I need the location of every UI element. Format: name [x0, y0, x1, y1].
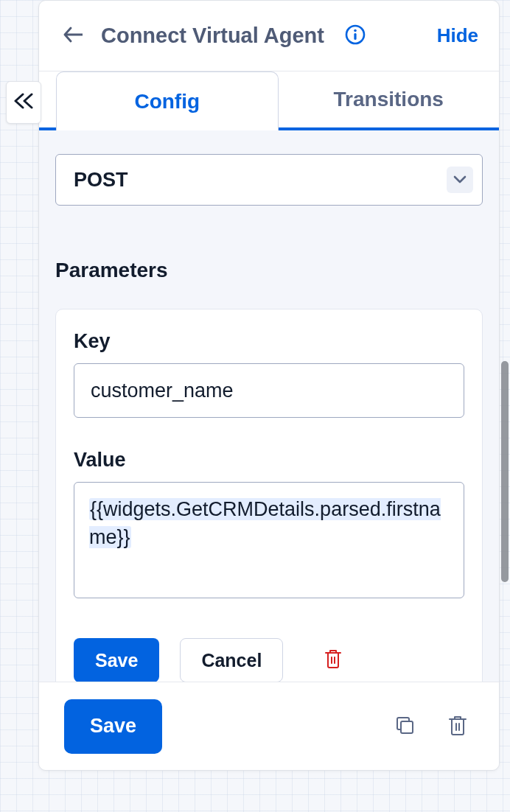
param-cancel-label: Cancel: [201, 650, 262, 671]
svg-point-1: [354, 29, 357, 32]
param-save-button[interactable]: Save: [74, 638, 159, 682]
hide-button[interactable]: Hide: [437, 24, 478, 47]
tab-transitions-label: Transitions: [334, 88, 444, 111]
scrollbar-thumb[interactable]: [501, 361, 509, 582]
param-actions: Save Cancel: [74, 638, 464, 682]
tab-transitions[interactable]: Transitions: [279, 71, 500, 127]
footer-save-button[interactable]: Save: [64, 699, 162, 754]
config-body: POST Parameters Key customer_name Value …: [39, 130, 499, 682]
svg-rect-4: [401, 721, 413, 733]
param-cancel-button[interactable]: Cancel: [180, 638, 283, 682]
tab-config-label: Config: [134, 90, 200, 113]
trash-icon: [447, 714, 468, 739]
info-icon: [344, 24, 366, 49]
panel-header: Connect Virtual Agent Hide: [39, 1, 499, 71]
chevron-down-icon: [447, 167, 473, 193]
param-key-value: customer_name: [91, 379, 234, 402]
param-delete-button[interactable]: [318, 645, 348, 675]
parameters-section-title: Parameters: [55, 259, 483, 282]
panel-title: Connect Virtual Agent: [101, 24, 324, 48]
collapse-left-icon: [13, 93, 34, 112]
param-value-label: Value: [74, 449, 464, 472]
back-arrow-icon: [63, 27, 83, 46]
copy-icon: [394, 714, 416, 739]
footer-delete-button[interactable]: [441, 710, 474, 743]
param-key-label: Key: [74, 330, 464, 353]
http-method-value: POST: [74, 169, 128, 192]
footer-copy-button[interactable]: [388, 710, 421, 743]
param-value-value: {{widgets.GetCRMDetails.parsed.firstname…: [89, 498, 441, 548]
param-save-label: Save: [95, 650, 138, 671]
footer-save-label: Save: [90, 715, 136, 738]
parameter-card: Key customer_name Value {{widgets.GetCRM…: [55, 309, 483, 682]
panel-footer: Save: [39, 682, 499, 770]
collapse-panel-button[interactable]: [6, 81, 41, 124]
http-method-select[interactable]: POST: [55, 154, 483, 206]
param-key-input[interactable]: customer_name: [74, 363, 464, 418]
param-value-input[interactable]: {{widgets.GetCRMDetails.parsed.firstname…: [74, 482, 464, 598]
config-side-panel: Connect Virtual Agent Hide Config Transi…: [38, 0, 500, 771]
trash-icon: [324, 648, 343, 672]
back-button[interactable]: [60, 23, 86, 49]
info-button[interactable]: [343, 24, 367, 48]
tab-config[interactable]: Config: [56, 71, 279, 130]
svg-rect-2: [354, 33, 356, 40]
tabs-row: Config Transitions: [39, 71, 499, 130]
